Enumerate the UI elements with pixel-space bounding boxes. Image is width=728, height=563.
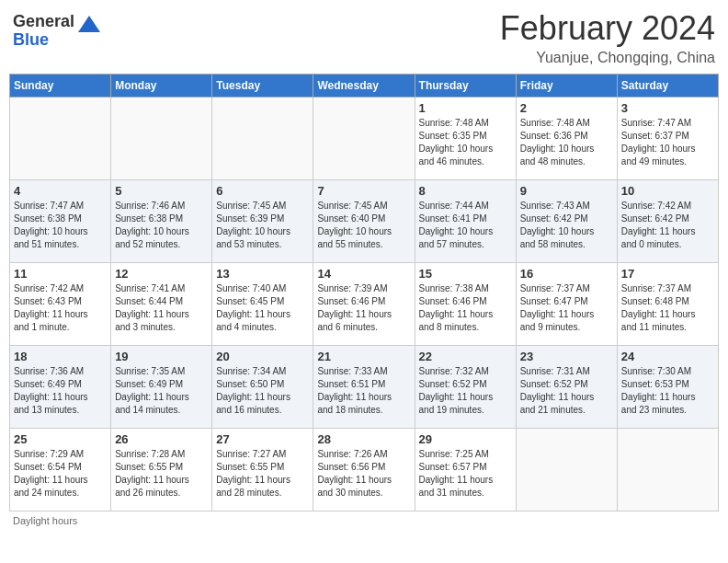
calendar-day-cell [516, 429, 617, 511]
day-info: Sunrise: 7:31 AM Sunset: 6:52 PM Dayligh… [520, 365, 613, 417]
day-info: Sunrise: 7:32 AM Sunset: 6:52 PM Dayligh… [419, 365, 512, 417]
day-info: Sunrise: 7:35 AM Sunset: 6:49 PM Dayligh… [115, 365, 208, 417]
calendar-day-cell [313, 98, 415, 180]
day-number: 24 [621, 350, 714, 363]
day-info: Sunrise: 7:25 AM Sunset: 6:57 PM Dayligh… [419, 448, 512, 500]
calendar-day-cell: 4Sunrise: 7:47 AM Sunset: 6:38 PM Daylig… [10, 180, 111, 263]
day-number: 28 [317, 432, 410, 446]
calendar-day-cell: 1Sunrise: 7:48 AM Sunset: 6:35 PM Daylig… [415, 98, 516, 180]
day-info: Sunrise: 7:47 AM Sunset: 6:37 PM Dayligh… [621, 117, 714, 168]
day-info: Sunrise: 7:37 AM Sunset: 6:48 PM Dayligh… [621, 282, 714, 334]
day-info: Sunrise: 7:47 AM Sunset: 6:38 PM Dayligh… [14, 200, 107, 251]
calendar-week-row: 25Sunrise: 7:29 AM Sunset: 6:54 PM Dayli… [10, 429, 719, 511]
calendar-day-cell: 22Sunrise: 7:32 AM Sunset: 6:52 PM Dayli… [415, 346, 516, 429]
calendar-day-cell: 5Sunrise: 7:46 AM Sunset: 6:38 PM Daylig… [111, 180, 212, 263]
calendar-day-header: Monday [111, 75, 212, 98]
calendar-day-cell: 26Sunrise: 7:28 AM Sunset: 6:55 PM Dayli… [111, 429, 212, 511]
day-info: Sunrise: 7:46 AM Sunset: 6:38 PM Dayligh… [115, 200, 208, 251]
calendar-day-cell: 10Sunrise: 7:42 AM Sunset: 6:42 PM Dayli… [617, 180, 718, 263]
calendar-day-cell: 6Sunrise: 7:45 AM Sunset: 6:39 PM Daylig… [212, 180, 313, 263]
day-info: Sunrise: 7:27 AM Sunset: 6:55 PM Dayligh… [216, 448, 309, 500]
day-info: Sunrise: 7:43 AM Sunset: 6:42 PM Dayligh… [520, 200, 613, 251]
day-number: 7 [317, 184, 410, 198]
day-info: Sunrise: 7:39 AM Sunset: 6:46 PM Dayligh… [317, 282, 410, 334]
logo: General Blue [13, 13, 102, 50]
day-info: Sunrise: 7:37 AM Sunset: 6:47 PM Dayligh… [520, 282, 613, 334]
calendar-header-row: SundayMondayTuesdayWednesdayThursdayFrid… [10, 75, 719, 98]
calendar-week-row: 1Sunrise: 7:48 AM Sunset: 6:35 PM Daylig… [10, 98, 719, 180]
day-number: 6 [216, 184, 309, 198]
day-info: Sunrise: 7:48 AM Sunset: 6:36 PM Dayligh… [520, 117, 613, 168]
day-info: Sunrise: 7:34 AM Sunset: 6:50 PM Dayligh… [216, 365, 309, 417]
calendar-day-cell: 12Sunrise: 7:41 AM Sunset: 6:44 PM Dayli… [111, 263, 212, 346]
day-info: Sunrise: 7:40 AM Sunset: 6:45 PM Dayligh… [216, 282, 309, 334]
day-number: 11 [14, 267, 107, 281]
day-info: Sunrise: 7:30 AM Sunset: 6:53 PM Dayligh… [621, 365, 714, 417]
day-number: 21 [317, 350, 410, 363]
day-number: 10 [621, 184, 714, 198]
calendar-day-cell: 28Sunrise: 7:26 AM Sunset: 6:56 PM Dayli… [313, 429, 415, 511]
calendar-week-row: 4Sunrise: 7:47 AM Sunset: 6:38 PM Daylig… [10, 180, 719, 263]
calendar-day-cell: 9Sunrise: 7:43 AM Sunset: 6:42 PM Daylig… [516, 180, 617, 263]
day-number: 27 [216, 432, 309, 446]
day-info: Sunrise: 7:26 AM Sunset: 6:56 PM Dayligh… [317, 448, 410, 500]
day-info: Sunrise: 7:42 AM Sunset: 6:43 PM Dayligh… [14, 282, 107, 334]
day-number: 8 [419, 184, 512, 198]
day-number: 12 [115, 267, 208, 281]
calendar-day-header: Friday [516, 75, 617, 98]
logo-blue-text: Blue [13, 31, 74, 50]
svg-marker-0 [78, 16, 100, 32]
calendar-week-row: 18Sunrise: 7:36 AM Sunset: 6:49 PM Dayli… [10, 346, 719, 429]
calendar-day-cell: 29Sunrise: 7:25 AM Sunset: 6:57 PM Dayli… [415, 429, 516, 511]
day-number: 20 [216, 350, 309, 363]
location: Yuanjue, Chongqing, China [500, 50, 715, 66]
calendar-day-cell [10, 98, 111, 180]
footer-note: Daylight hours [9, 515, 719, 526]
day-info: Sunrise: 7:41 AM Sunset: 6:44 PM Dayligh… [115, 282, 208, 334]
calendar-day-cell: 3Sunrise: 7:47 AM Sunset: 6:37 PM Daylig… [617, 98, 718, 180]
calendar-day-cell: 16Sunrise: 7:37 AM Sunset: 6:47 PM Dayli… [516, 263, 617, 346]
calendar-day-cell: 19Sunrise: 7:35 AM Sunset: 6:49 PM Dayli… [111, 346, 212, 429]
day-number: 13 [216, 267, 309, 281]
day-number: 29 [419, 432, 512, 446]
title-section: February 2024 Yuanjue, Chongqing, China [500, 9, 715, 66]
calendar-day-cell: 8Sunrise: 7:44 AM Sunset: 6:41 PM Daylig… [415, 180, 516, 263]
day-number: 25 [14, 432, 107, 446]
calendar-day-header: Wednesday [313, 75, 415, 98]
calendar-table: SundayMondayTuesdayWednesdayThursdayFrid… [9, 74, 719, 511]
calendar-day-cell: 27Sunrise: 7:27 AM Sunset: 6:55 PM Dayli… [212, 429, 313, 511]
calendar-week-row: 11Sunrise: 7:42 AM Sunset: 6:43 PM Dayli… [10, 263, 719, 346]
day-number: 4 [14, 184, 107, 198]
calendar-day-cell: 20Sunrise: 7:34 AM Sunset: 6:50 PM Dayli… [212, 346, 313, 429]
day-number: 17 [621, 267, 714, 281]
calendar-day-header: Tuesday [212, 75, 313, 98]
day-number: 15 [419, 267, 512, 281]
logo-icon [76, 14, 102, 40]
day-info: Sunrise: 7:36 AM Sunset: 6:49 PM Dayligh… [14, 365, 107, 417]
calendar-day-cell: 17Sunrise: 7:37 AM Sunset: 6:48 PM Dayli… [617, 263, 718, 346]
calendar-day-cell: 25Sunrise: 7:29 AM Sunset: 6:54 PM Dayli… [10, 429, 111, 511]
day-info: Sunrise: 7:29 AM Sunset: 6:54 PM Dayligh… [14, 448, 107, 500]
calendar-day-cell [111, 98, 212, 180]
day-number: 23 [520, 350, 613, 363]
day-number: 2 [520, 101, 613, 115]
day-number: 16 [520, 267, 613, 281]
day-info: Sunrise: 7:33 AM Sunset: 6:51 PM Dayligh… [317, 365, 410, 417]
calendar-day-cell: 21Sunrise: 7:33 AM Sunset: 6:51 PM Dayli… [313, 346, 415, 429]
day-info: Sunrise: 7:45 AM Sunset: 6:40 PM Dayligh… [317, 200, 410, 251]
day-info: Sunrise: 7:48 AM Sunset: 6:35 PM Dayligh… [419, 117, 512, 168]
day-number: 18 [14, 350, 107, 363]
calendar-day-header: Sunday [10, 75, 111, 98]
calendar-day-cell: 14Sunrise: 7:39 AM Sunset: 6:46 PM Dayli… [313, 263, 415, 346]
day-info: Sunrise: 7:38 AM Sunset: 6:46 PM Dayligh… [419, 282, 512, 334]
day-info: Sunrise: 7:44 AM Sunset: 6:41 PM Dayligh… [419, 200, 512, 251]
calendar-day-header: Thursday [415, 75, 516, 98]
calendar-day-cell: 11Sunrise: 7:42 AM Sunset: 6:43 PM Dayli… [10, 263, 111, 346]
month-title: February 2024 [500, 9, 715, 48]
calendar-day-cell: 15Sunrise: 7:38 AM Sunset: 6:46 PM Dayli… [415, 263, 516, 346]
day-number: 1 [419, 101, 512, 115]
calendar-day-cell [617, 429, 718, 511]
calendar-day-cell: 7Sunrise: 7:45 AM Sunset: 6:40 PM Daylig… [313, 180, 415, 263]
day-number: 26 [115, 432, 208, 446]
day-number: 22 [419, 350, 512, 363]
